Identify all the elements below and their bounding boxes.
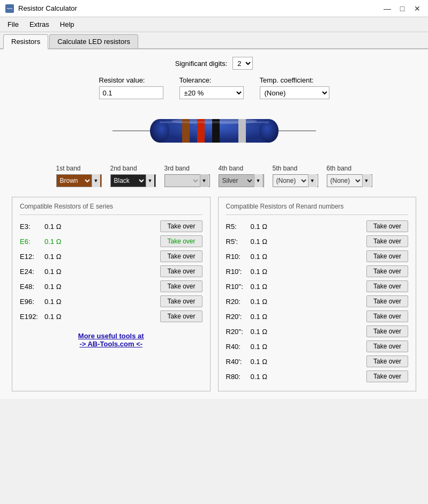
- renard-value-r20: 0.1 Ω: [251, 298, 277, 306]
- eseries-row-e3: E3: 0.1 Ω Take over: [20, 220, 202, 232]
- menu-extras[interactable]: Extras: [24, 19, 55, 30]
- sig-digits-row: Significant digits: 2 1 3 4: [9, 57, 419, 70]
- renard-value-r40p: 0.1 Ω: [251, 358, 277, 366]
- renard-label-r5p: R5':: [226, 238, 251, 246]
- resistor-value-group: Resistor value:: [99, 76, 163, 99]
- eseries-takeover-e192[interactable]: Take over: [160, 310, 202, 322]
- renard-label-r5: R5:: [226, 223, 251, 231]
- main-content: Significant digits: 2 1 3 4 Resistor val…: [0, 49, 428, 399]
- renard-row-r10: R10: 0.1 Ω Take over: [226, 250, 409, 262]
- band-3-select[interactable]: [165, 174, 200, 187]
- renard-box: Compatible Resistors of Renard numbers R…: [218, 197, 417, 391]
- band-5-select-container[interactable]: (None) ▼: [273, 174, 318, 187]
- band-4-label: 4th band: [219, 165, 244, 172]
- eseries-takeover-e12[interactable]: Take over: [160, 250, 202, 262]
- band-group-6: 6th band (None) ▼: [327, 165, 372, 187]
- sig-digits-select[interactable]: 2 1 3 4: [232, 57, 253, 70]
- eseries-value-e192: 0.1 Ω: [44, 313, 71, 321]
- eseries-label-e96: E96:: [20, 298, 44, 306]
- app-title: Resistor Calculator: [18, 4, 77, 12]
- band-1-select-container[interactable]: Brown Black Red Orange Yellow Green Blue…: [56, 174, 102, 187]
- temp-coefficient-group: Temp. coefficient: (None) 100 ppm/K 200 …: [260, 76, 329, 99]
- band-1-select[interactable]: Brown Black Red Orange Yellow Green Blue…: [57, 174, 92, 187]
- renard-row-r40p: R40': 0.1 Ω Take over: [226, 355, 409, 367]
- renard-takeover-r40p[interactable]: Take over: [366, 355, 408, 367]
- renard-row-r10pp: R10'': 0.1 Ω Take over: [226, 280, 409, 292]
- renard-takeover-r10pp[interactable]: Take over: [366, 280, 408, 292]
- bottom-section: Compatible Resistors of E series E3: 0.1…: [9, 197, 419, 391]
- renard-label-r80: R80:: [226, 373, 251, 381]
- restore-button[interactable]: □: [397, 3, 408, 14]
- eseries-row-e96: E96: 0.1 Ω Take over: [20, 295, 202, 307]
- close-button[interactable]: ✕: [412, 3, 423, 14]
- renard-row-r5: R5: 0.1 Ω Take over: [226, 220, 409, 232]
- band-1-dropdown-arrow[interactable]: ▼: [92, 174, 100, 187]
- renard-title: Compatible Resistors of Renard numbers: [226, 203, 409, 210]
- renard-label-r10pp: R10'':: [226, 283, 251, 291]
- resistor-visual: [9, 107, 419, 155]
- eseries-value-e12: 0.1 Ω: [44, 253, 71, 261]
- band-6-select-container[interactable]: (None) ▼: [327, 174, 372, 187]
- eseries-row-e12: E12: 0.1 Ω Take over: [20, 250, 202, 262]
- eseries-value-e96: 0.1 Ω: [44, 298, 71, 306]
- renard-label-r40: R40:: [226, 343, 251, 351]
- band-4-select-container[interactable]: Silver Gold ±1 % ▼: [219, 174, 264, 187]
- renard-takeover-r20[interactable]: Take over: [366, 295, 408, 307]
- eseries-value-e3: 0.1 Ω: [44, 223, 71, 231]
- band-group-5: 5th band (None) ▼: [273, 165, 318, 187]
- band-3-select-container[interactable]: ▼: [164, 174, 210, 187]
- tolerance-group: Tolerance: ±20 % ±1 % ±2 % ±5 % ±10 %: [179, 76, 244, 99]
- temp-coefficient-select[interactable]: (None) 100 ppm/K 200 ppm/K 500 ppm/K: [260, 86, 329, 99]
- band-3-label: 3rd band: [164, 165, 190, 172]
- eseries-takeover-e3[interactable]: Take over: [160, 220, 202, 232]
- band-3-dropdown-arrow[interactable]: ▼: [200, 174, 208, 187]
- renard-takeover-r40[interactable]: Take over: [366, 340, 408, 352]
- eseries-label-e48: E48:: [20, 283, 44, 291]
- resistor-svg: [112, 109, 316, 152]
- renard-takeover-r5p[interactable]: Take over: [366, 235, 408, 247]
- sig-digits-label: Significant digits:: [175, 60, 228, 68]
- renard-takeover-r80[interactable]: Take over: [366, 370, 408, 382]
- renard-label-r10: R10:: [226, 253, 251, 261]
- band-5-dropdown-arrow[interactable]: ▼: [308, 174, 317, 187]
- eseries-takeover-e96[interactable]: Take over: [160, 295, 202, 307]
- band-6-dropdown-arrow[interactable]: ▼: [362, 174, 371, 187]
- eseries-label-e12: E12:: [20, 253, 44, 261]
- tolerance-select[interactable]: ±20 % ±1 % ±2 % ±5 % ±10 %: [179, 86, 244, 99]
- eseries-label-e192: E192:: [20, 313, 44, 321]
- renard-row-r10p: R10': 0.1 Ω Take over: [226, 265, 409, 277]
- eseries-value-e48: 0.1 Ω: [44, 283, 71, 291]
- band-4-dropdown-arrow[interactable]: ▼: [254, 174, 262, 187]
- band-5-label: 5th band: [273, 165, 298, 172]
- resistor-value-input[interactable]: [99, 86, 163, 99]
- band-2-dropdown-arrow[interactable]: ▼: [146, 174, 154, 187]
- renard-value-r10pp: 0.1 Ω: [251, 283, 277, 291]
- menu-file[interactable]: File: [2, 19, 24, 30]
- tab-bar: Resistors Calculate LED resistors: [0, 32, 428, 49]
- band-4-select[interactable]: Silver Gold ±1 %: [219, 174, 254, 187]
- renard-takeover-r20pp[interactable]: Take over: [366, 325, 408, 337]
- band-6-select[interactable]: (None): [327, 174, 362, 187]
- menu-help[interactable]: Help: [55, 19, 80, 30]
- band-2-select-container[interactable]: Black Brown Red ▼: [110, 174, 156, 187]
- renard-label-r20pp: R20'':: [226, 328, 251, 336]
- band-5-select[interactable]: (None): [273, 174, 308, 187]
- eseries-takeover-e48[interactable]: Take over: [160, 280, 202, 292]
- renard-takeover-r10p[interactable]: Take over: [366, 265, 408, 277]
- band-group-4: 4th band Silver Gold ±1 % ▼: [219, 165, 264, 187]
- eseries-takeover-e6[interactable]: Take over: [160, 235, 202, 247]
- renard-takeover-r20p[interactable]: Take over: [366, 310, 408, 322]
- renard-row-r40: R40: 0.1 Ω Take over: [226, 340, 409, 352]
- band-1-label: 1st band: [56, 165, 81, 172]
- eseries-takeover-e24[interactable]: Take over: [160, 265, 202, 277]
- band-2-select[interactable]: Black Brown Red: [111, 174, 146, 187]
- renard-row-r20pp: R20'': 0.1 Ω Take over: [226, 325, 409, 337]
- tab-resistors[interactable]: Resistors: [3, 34, 48, 49]
- tab-led-resistors[interactable]: Calculate LED resistors: [49, 34, 138, 48]
- band-group-2: 2nd band Black Brown Red ▼: [110, 165, 156, 187]
- renard-takeover-r5[interactable]: Take over: [366, 220, 408, 232]
- ab-tools-link[interactable]: More useful tools at-> AB-Tools.com <-: [78, 332, 144, 348]
- renard-takeover-r10[interactable]: Take over: [366, 250, 408, 262]
- tolerance-label: Tolerance:: [179, 76, 244, 84]
- minimize-button[interactable]: —: [382, 3, 393, 14]
